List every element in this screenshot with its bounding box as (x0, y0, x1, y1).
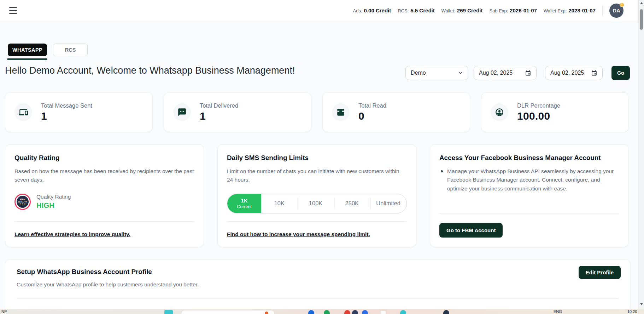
channel-tabs: WHATSAPP RCS (8, 44, 88, 56)
segment-label: 1K (241, 198, 247, 204)
vertical-scrollbar[interactable] (638, 0, 644, 309)
taskbar-app-icon[interactable] (443, 310, 449, 314)
badge-stars: ★★★ (19, 203, 26, 205)
credit-wallet-exp-value: 2028-01-07 (568, 7, 596, 13)
devices-icon (14, 103, 32, 121)
page-title: Hello Demo Account, Welcome to Whatsapp … (5, 65, 295, 76)
credit-ads-label: Ads: (353, 8, 362, 13)
taskbar-app-icon[interactable] (362, 310, 368, 314)
setup-description: Customize your WhatsApp profile to help … (17, 281, 619, 288)
card-description: Based on how the message has been receiv… (14, 167, 194, 184)
stat-value: 1 (200, 110, 238, 122)
stat-card-total-read: Total Read 0 (322, 92, 470, 132)
segment-250k[interactable]: 250K (334, 194, 370, 213)
scroll-up-arrow-icon[interactable] (640, 2, 643, 4)
segment-1k-current[interactable]: 1K Current (227, 194, 261, 213)
increase-limit-link[interactable]: Find out how to increase your message sp… (227, 231, 370, 238)
date-from-field[interactable]: Aug 02, 2025 (474, 66, 537, 80)
credit-wallet: Wallet: 269 Credit (441, 7, 483, 13)
segment-label: Unlimited (376, 200, 400, 207)
scroll-down-arrow-icon[interactable] (640, 303, 643, 305)
segment-label: 250K (345, 200, 359, 207)
whatsapp-business-dashboard: Ads: 0.00 Credit RCS: 5.5 Credit Wallet:… (0, 0, 644, 314)
taskbar-app-icon[interactable] (164, 310, 173, 314)
quality-rating-label: Quality Rating (36, 194, 71, 200)
daily-limits-card: Daily SMS Sending Limits Limit on the nu… (217, 144, 416, 247)
fbm-card: Access Your Facebook Business Manager Ac… (430, 144, 629, 247)
header-credits: Ads: 0.00 Credit RCS: 5.5 Credit Wallet:… (353, 4, 623, 18)
stat-label: DLR Percentage (517, 102, 560, 109)
taskbar-app-icon[interactable] (324, 310, 330, 314)
taskbar-clock[interactable]: 10:20 (627, 309, 637, 314)
info-cards-row: Quality Rating Based on how the message … (5, 144, 629, 247)
taskbar-language[interactable]: ENG (554, 309, 562, 314)
credit-sub-exp-value: 2026-01-07 (510, 7, 537, 13)
stat-value: 1 (41, 110, 92, 122)
calendar-icon[interactable] (591, 70, 597, 76)
credit-wallet-exp: Wallet Exp: 2028-01-07 (544, 7, 596, 13)
taskbar-search-box[interactable] (181, 310, 275, 314)
credit-ads: Ads: 0.00 Credit (353, 7, 391, 13)
avatar-initials: DA (613, 7, 620, 13)
stat-label: Total Delivered (200, 102, 238, 109)
quality-rating-value: HIGH (36, 201, 71, 210)
stat-label: Total Message Sent (41, 102, 92, 109)
credit-rcs: RCS: 5.5 Credit (398, 7, 434, 13)
quality-rating-card: Quality Rating Based on how the message … (5, 144, 204, 247)
scrollbar-thumb[interactable] (640, 9, 643, 30)
stat-label: Total Read (358, 102, 386, 109)
date-from-value: Aug 02, 2025 (479, 70, 513, 76)
top-header: Ads: 0.00 Credit RCS: 5.5 Credit Wallet:… (0, 0, 638, 21)
credit-sub-exp: Sub Exp: 2026-01-07 (490, 7, 537, 13)
card-divider (439, 213, 619, 213)
inbox-icon (332, 103, 350, 121)
credit-rcs-value: 5.5 Credit (410, 7, 434, 13)
chevron-down-icon (458, 70, 463, 75)
calendar-icon[interactable] (525, 70, 531, 76)
segment-100k[interactable]: 100K (298, 194, 334, 213)
card-divider (227, 221, 407, 222)
stat-card-total-delivered: Total Delivered 1 (164, 92, 311, 132)
hamburger-menu-icon[interactable] (9, 7, 18, 14)
segment-sublabel: Current (237, 204, 252, 209)
taskbar-app-icon[interactable] (400, 310, 406, 314)
card-title: Quality Rating (14, 154, 194, 162)
stats-row: Total Message Sent 1 Total Delivered 1 T… (5, 92, 629, 132)
setup-divider (17, 298, 619, 299)
chat-bubble-icon (173, 103, 191, 121)
sending-limit-segments: 1K Current 10K 100K 250K Unlimited (227, 194, 407, 213)
stat-card-total-sent: Total Message Sent 1 (5, 92, 153, 132)
card-title: Daily SMS Sending Limits (227, 154, 407, 162)
taskbar-app-icon[interactable] (344, 310, 350, 314)
credit-wallet-exp-label: Wallet Exp: (544, 8, 567, 13)
quality-rating-row: HIGH QUALITY ★★★ Quality Rating HIGH (14, 194, 194, 210)
card-divider (14, 221, 194, 222)
go-to-fbm-button[interactable]: Go to FBM Account (439, 223, 503, 238)
fbm-bullet-item: Manage your WhatsApp Business API seamle… (439, 167, 619, 193)
taskbar-app-icon[interactable] (380, 310, 386, 314)
improve-quality-link[interactable]: Learn effective strategies to improve qu… (14, 231, 130, 238)
user-avatar[interactable]: DA (609, 4, 623, 18)
high-quality-badge: HIGH QUALITY ★★★ (14, 194, 31, 210)
search-box-icon (265, 312, 268, 314)
go-button[interactable]: Go (611, 66, 630, 80)
credit-ads-value: 0.00 Credit (364, 7, 391, 13)
stat-value: 100.00 (517, 110, 560, 122)
segment-unlimited[interactable]: Unlimited (370, 194, 406, 213)
os-taskbar: NP ENG 10:20 (0, 309, 644, 314)
taskbar-app-icon[interactable] (352, 310, 358, 314)
segment-label: 10K (274, 200, 285, 207)
credit-wallet-value: 269 Credit (457, 7, 483, 13)
tab-rcs[interactable]: RCS (53, 44, 88, 56)
tab-whatsapp[interactable]: WHATSAPP (8, 44, 47, 56)
setup-profile-section: Setup WhatsApp Business Account Profile … (5, 259, 630, 314)
date-to-field[interactable]: Aug 02, 2025 (545, 66, 603, 80)
edit-profile-button[interactable]: Edit Profile (579, 266, 621, 279)
taskbar-facebook-icon[interactable] (308, 310, 314, 314)
account-select[interactable]: Demo (405, 66, 468, 80)
segment-10k[interactable]: 10K (261, 194, 298, 213)
stat-card-dlr-percentage: DLR Percentage 100.00 (481, 92, 629, 132)
segment-label: 100K (309, 200, 323, 207)
fbm-bullet-text: Manage your WhatsApp Business API seamle… (447, 167, 617, 193)
card-title: Access Your Facebook Business Manager Ac… (439, 154, 619, 162)
